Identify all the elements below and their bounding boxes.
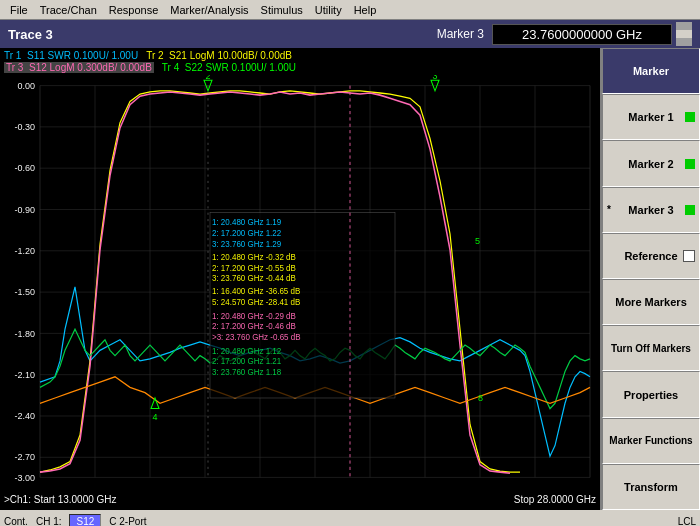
- menu-file[interactable]: File: [4, 4, 34, 16]
- marker3-indicator: [685, 205, 695, 215]
- svg-text:2:  17.200 GHz         1.21: 2: 17.200 GHz 1.21: [212, 357, 282, 366]
- svg-text:3:  23.760 GHz    -0.44 dB: 3: 23.760 GHz -0.44 dB: [212, 274, 296, 283]
- svg-text:1:  20.480 GHz         1.12: 1: 20.480 GHz 1.12: [212, 346, 282, 355]
- marker1-indicator: [685, 112, 695, 122]
- svg-text:1:  20.480 GHz    -0.29 dB: 1: 20.480 GHz -0.29 dB: [212, 311, 296, 320]
- svg-text:5: 5: [475, 236, 480, 246]
- btn-marker-functions[interactable]: Marker Functions: [602, 418, 700, 464]
- menu-trace-chan[interactable]: Trace/Chan: [34, 4, 103, 16]
- btn-reference[interactable]: Reference: [602, 233, 700, 279]
- svg-text:2:  17.200 GHz    -0.55 dB: 2: 17.200 GHz -0.55 dB: [212, 264, 296, 273]
- btn-more-markers-label: More Markers: [615, 296, 687, 308]
- btn-marker2-label: Marker 2: [628, 158, 673, 170]
- trace4-label: Tr 4 S22 SWR 0.100U/ 1.00U: [162, 62, 296, 73]
- btn-reference-label: Reference: [624, 250, 677, 262]
- svg-text:-2.10: -2.10: [15, 370, 35, 380]
- trace1-label: Tr 1 S11 SWR 0.100U/ 1.00U: [4, 50, 138, 61]
- c-label: C 2-Port: [109, 516, 146, 527]
- svg-text:5:  24.570 GHz  -28.41 dB: 5: 24.570 GHz -28.41 dB: [212, 298, 301, 307]
- btn-more-markers[interactable]: More Markers: [602, 279, 700, 325]
- svg-text:4: 4: [152, 412, 157, 422]
- svg-text:-1.80: -1.80: [15, 328, 35, 338]
- chart-area[interactable]: 0.00 -0.30 -0.60 -0.90 -1.20 -1.50 -1.80…: [0, 75, 600, 488]
- lcl-badge: LCL: [678, 516, 696, 527]
- svg-text:2:  17.200 GHz    -0.46 dB: 2: 17.200 GHz -0.46 dB: [212, 322, 296, 331]
- btn-marker-functions-label: Marker Functions: [609, 435, 692, 446]
- svg-text:0.00: 0.00: [18, 81, 35, 91]
- main-content: Tr 1 S11 SWR 0.100U/ 1.00U Tr 2 S21 LogM…: [0, 48, 700, 510]
- right-panel: Marker Marker 1 Marker 2 * Marker 3 Refe…: [600, 48, 700, 510]
- svg-text:2: 2: [205, 75, 210, 81]
- btn-turn-off-markers[interactable]: Turn Off Markers: [602, 325, 700, 371]
- marker-star: *: [607, 204, 611, 215]
- btn-properties-label: Properties: [624, 389, 678, 401]
- svg-text:3: 3: [432, 75, 437, 81]
- trace-info: Tr 1 S11 SWR 0.100U/ 1.00U Tr 2 S21 LogM…: [0, 48, 600, 75]
- svg-text:-0.90: -0.90: [15, 204, 35, 214]
- trace3-label: Tr 3 S12 LogM 0.300dB/ 0.00dB: [4, 62, 154, 73]
- svg-text:>3: 23.760 GHz    -0.65 dB: >3: 23.760 GHz -0.65 dB: [212, 333, 301, 342]
- svg-text:2:  17.200 GHz         1.22: 2: 17.200 GHz 1.22: [212, 229, 282, 238]
- menu-bar: File Trace/Chan Response Marker/Analysis…: [0, 0, 700, 20]
- svg-text:-2.70: -2.70: [15, 452, 35, 462]
- btn-marker[interactable]: Marker: [602, 48, 700, 94]
- btn-marker2[interactable]: Marker 2: [602, 140, 700, 186]
- btn-marker3-label: Marker 3: [628, 204, 673, 216]
- menu-marker-analysis[interactable]: Marker/Analysis: [164, 4, 254, 16]
- svg-text:3:  23.760 GHz         1.29: 3: 23.760 GHz 1.29: [212, 239, 282, 248]
- trace-title: Trace 3: [8, 27, 437, 42]
- marker2-indicator: [685, 159, 695, 169]
- btn-marker1-label: Marker 1: [628, 111, 673, 123]
- svg-text:-1.20: -1.20: [15, 246, 35, 256]
- bottom-channel-bar: >Ch1: Start 13.0000 GHz Stop 28.0000 GHz: [0, 488, 600, 510]
- btn-marker1[interactable]: Marker 1: [602, 94, 700, 140]
- trace2-label: Tr 2 S21 LogM 10.00dB/ 0.00dB: [146, 50, 292, 61]
- btn-transform-label: Transform: [624, 481, 678, 493]
- svg-text:1:  20.480 GHz    -0.32 dB: 1: 20.480 GHz -0.32 dB: [212, 253, 296, 262]
- chart-wrapper: Tr 1 S11 SWR 0.100U/ 1.00U Tr 2 S21 LogM…: [0, 48, 600, 510]
- svg-text:-0.60: -0.60: [15, 163, 35, 173]
- title-bar: Trace 3 Marker 3 23.7600000000 GHz: [0, 20, 700, 48]
- reference-checkbox[interactable]: [683, 250, 695, 262]
- svg-text:8: 8: [478, 393, 483, 403]
- btn-marker-label: Marker: [633, 65, 669, 77]
- frequency-display: 23.7600000000 GHz: [492, 24, 672, 45]
- menu-help[interactable]: Help: [348, 4, 383, 16]
- btn-marker3[interactable]: * Marker 3: [602, 187, 700, 233]
- svg-text:-1.50: -1.50: [15, 287, 35, 297]
- svg-text:3:  23.760 GHz         1.18: 3: 23.760 GHz 1.18: [212, 367, 282, 376]
- chart-svg: 0.00 -0.30 -0.60 -0.90 -1.20 -1.50 -1.80…: [0, 75, 600, 488]
- status-bar: Cont. CH 1: S12 C 2-Port LCL: [0, 510, 700, 526]
- marker-label: Marker 3: [437, 27, 484, 41]
- menu-response[interactable]: Response: [103, 4, 165, 16]
- ch-value: S12: [69, 514, 101, 527]
- scroll-control[interactable]: [676, 22, 692, 46]
- svg-text:1:  16.400 GHz  -36.65 dB: 1: 16.400 GHz -36.65 dB: [212, 287, 301, 296]
- channel-start: >Ch1: Start 13.0000 GHz: [4, 494, 264, 505]
- btn-turn-off-label: Turn Off Markers: [611, 343, 691, 354]
- svg-text:-2.40: -2.40: [15, 411, 35, 421]
- svg-text:-3.00: -3.00: [15, 472, 35, 482]
- svg-text:-0.30: -0.30: [15, 122, 35, 132]
- menu-utility[interactable]: Utility: [309, 4, 348, 16]
- cont-label: Cont.: [4, 516, 28, 527]
- btn-properties[interactable]: Properties: [602, 371, 700, 417]
- svg-text:1:  20.480 GHz         1.19: 1: 20.480 GHz 1.19: [212, 218, 282, 227]
- channel-stop: Stop 28.0000 GHz: [514, 494, 596, 505]
- menu-stimulus[interactable]: Stimulus: [255, 4, 309, 16]
- btn-transform[interactable]: Transform: [602, 464, 700, 510]
- ch-label: CH 1:: [36, 516, 62, 527]
